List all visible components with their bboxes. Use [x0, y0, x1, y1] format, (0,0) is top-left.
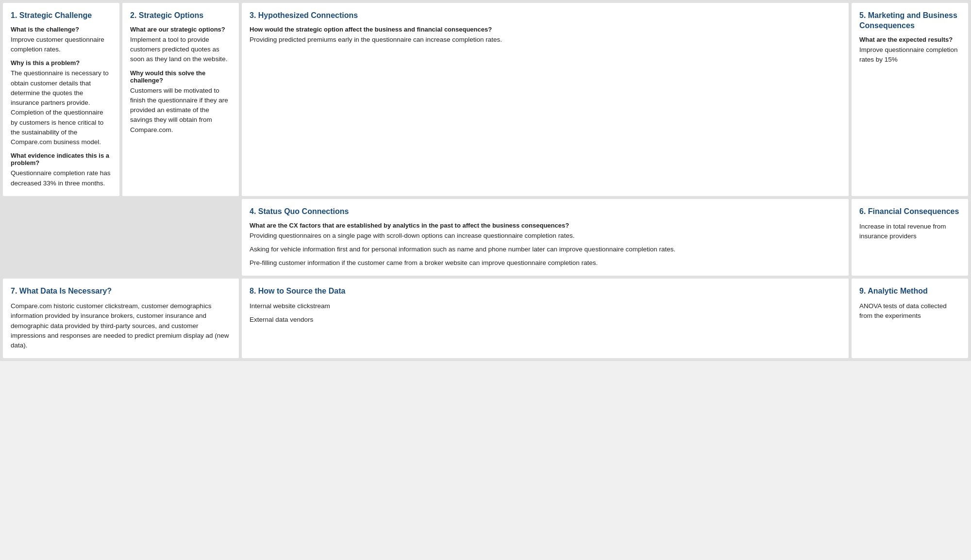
card-status-quo-connections: 4. Status Quo Connections What are the C…: [242, 199, 849, 276]
card2-title: 2. Strategic Options: [130, 11, 231, 21]
card-hypothesized-connections: 3. Hypothesized Connections How would th…: [242, 3, 849, 196]
card7-a1: Compare.com historic customer clickstrea…: [11, 301, 231, 350]
card4-a1: Providing questionnaires on a single pag…: [250, 231, 841, 241]
card-how-to-source-data: 8. How to Source the Data Internal websi…: [242, 279, 849, 358]
card-what-data-necessary: 7. What Data Is Necessary? Compare.com h…: [3, 279, 239, 358]
card-financial-consequences: 6. Financial Consequences Increase in to…: [852, 199, 968, 276]
card4-title: 4. Status Quo Connections: [250, 207, 841, 217]
card3-q1: How would the strategic option affect th…: [250, 26, 841, 33]
card-strategic-options: 2. Strategic Options What are our strate…: [122, 3, 239, 196]
card8-a1: Internal website clickstream: [250, 301, 841, 311]
card8-a2: External data vendors: [250, 315, 841, 325]
card1-q3: What evidence indicates this is a proble…: [11, 152, 112, 166]
card2-a2: Customers will be motivated to finish th…: [130, 86, 231, 135]
card5-a1: Improve questionnaire completion rates b…: [859, 45, 960, 65]
card7-title: 7. What Data Is Necessary?: [11, 286, 231, 296]
card9-a1: ANOVA tests of data collected from the e…: [859, 301, 960, 321]
card5-q1: What are the expected results?: [859, 36, 960, 43]
card1-title: 1. Strategic Challenge: [11, 11, 112, 21]
card-analytic-method: 9. Analytic Method ANOVA tests of data c…: [852, 279, 968, 358]
card-strategic-challenge: 1. Strategic Challenge What is the chall…: [3, 3, 119, 196]
card1-q1: What is the challenge?: [11, 26, 112, 33]
card1-a2: The questionnaire is necessary to obtain…: [11, 68, 112, 147]
card3-title: 3. Hypothesized Connections: [250, 11, 841, 21]
card2-q1: What are our strategic options?: [130, 26, 231, 33]
card4-a2: Asking for vehicle information first and…: [250, 245, 841, 254]
card1-q2: Why is this a problem?: [11, 59, 112, 66]
card2-a1: Implement a tool to provide customers pr…: [130, 35, 231, 65]
card4-q1: What are the CX factors that are establi…: [250, 222, 841, 229]
card6-a1: Increase in total revenue from insurance…: [859, 222, 960, 242]
card3-a1: Providing predicted premiums early in th…: [250, 35, 841, 45]
card9-title: 9. Analytic Method: [859, 286, 960, 296]
card8-title: 8. How to Source the Data: [250, 286, 841, 296]
card1-a1: Improve customer questionnaire completio…: [11, 35, 112, 55]
card1-a3: Questionnaire completion rate has decrea…: [11, 168, 112, 188]
card6-title: 6. Financial Consequences: [859, 207, 960, 217]
card4-a3: Pre-filling customer information if the …: [250, 258, 841, 268]
card2-q2: Why would this solve the challenge?: [130, 69, 231, 84]
card5-title: 5. Marketing and Business Consequences: [859, 11, 960, 31]
card-marketing-consequences: 5. Marketing and Business Consequences W…: [852, 3, 968, 196]
